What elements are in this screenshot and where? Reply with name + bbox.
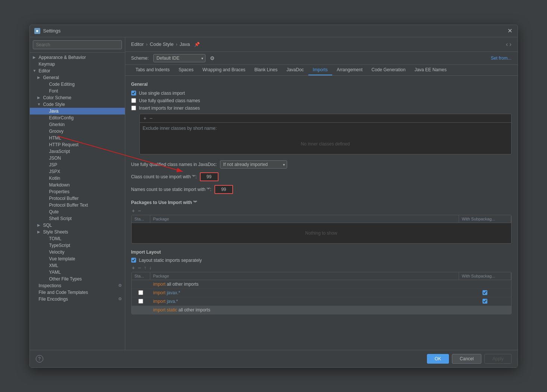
fq-names-select[interactable]: If not already imported [220, 160, 287, 169]
sidebar-item-label: Properties [49, 189, 70, 194]
sidebar-item-general[interactable]: ▶ General [30, 74, 125, 81]
tab-tabs-and-indents[interactable]: Tabs and Indents [131, 65, 174, 75]
sidebar-item-color-scheme[interactable]: ▶ Color Scheme [30, 94, 125, 101]
sidebar-item-gherkin[interactable]: Gherkin [30, 121, 125, 128]
sidebar-item-groovy[interactable]: Groovy [30, 128, 125, 135]
sidebar-item-velocity[interactable]: Velocity [30, 249, 125, 255]
layout-up-button[interactable]: ↑ [143, 265, 147, 270]
sidebar-item-style-sheets[interactable]: ▶ Style Sheets [30, 229, 125, 235]
tab-spaces[interactable]: Spaces [174, 65, 198, 75]
inner-classes-placeholder-label: Exclude inner classes by short name: [143, 126, 217, 131]
insert-imports-inner-checkbox[interactable] [131, 106, 136, 110]
tab-code-generation[interactable]: Code Generation [367, 65, 410, 75]
layout-static-checkbox[interactable] [131, 258, 136, 263]
packages-empty-message: Nothing to show [132, 223, 511, 243]
inner-classes-add-button[interactable]: + [143, 116, 147, 121]
sidebar-item-label: Other File Types [49, 276, 82, 282]
sidebar-item-label: Code Style [43, 102, 65, 107]
sidebar-item-sql[interactable]: ▶ SQL [30, 222, 125, 229]
close-button[interactable]: ✕ [507, 28, 513, 34]
sidebar-item-file-encodings[interactable]: File Encodings ⚙ [30, 296, 125, 302]
sidebar-item-typescript[interactable]: TypeScript [30, 242, 125, 249]
import-row3-subpackage [459, 297, 511, 305]
layout-down-button[interactable]: ↓ [148, 265, 152, 270]
sidebar-item-protocol-buffer-text[interactable]: Protocol Buffer Text [30, 202, 125, 208]
use-single-class-import-checkbox[interactable] [131, 91, 136, 95]
sidebar-item-editor[interactable]: ▼ Editor [30, 68, 125, 74]
import-row3-subpackage-checkbox[interactable] [482, 299, 487, 304]
sidebar-item-properties[interactable]: Properties [30, 188, 125, 195]
import-row2-checkbox[interactable] [138, 290, 143, 295]
sidebar-item-label: TypeScript [49, 243, 70, 248]
tree-arrow: ▶ [37, 223, 42, 227]
ok-button[interactable]: OK [427, 354, 449, 364]
sidebar-item-toml[interactable]: TOML [30, 235, 125, 242]
packages-remove-button[interactable]: − [137, 208, 142, 213]
import-col-status: Sta... [132, 272, 150, 280]
sidebar-item-qute[interactable]: Qute [30, 208, 125, 215]
tab-imports[interactable]: Imports [308, 65, 332, 75]
sidebar-item-shell-script[interactable]: Shell Script [30, 215, 125, 222]
tab-java-ee-names[interactable]: Java EE Names [410, 65, 451, 75]
sidebar-item-json[interactable]: JSON [30, 155, 125, 161]
tab-wrapping-and-braces[interactable]: Wrapping and Braces [198, 65, 250, 75]
tree-arrow: ▶ [37, 75, 42, 79]
sidebar-item-other-file-types[interactable]: Other File Types [30, 276, 125, 282]
inner-classes-remove-button[interactable]: − [149, 116, 153, 121]
sidebar-item-file-code-templates[interactable]: File and Code Templates [30, 289, 125, 296]
apply-button[interactable]: Apply [484, 354, 511, 364]
sidebar-item-http-request[interactable]: HTTP Request [30, 141, 125, 148]
sidebar-item-appearance[interactable]: ▶ Appearance & Behavior [30, 54, 125, 61]
search-input[interactable] [33, 40, 122, 49]
nav-back-button[interactable]: ‹ [506, 41, 508, 48]
sidebar-item-label: Color Scheme [43, 95, 72, 100]
sidebar-item-label: Shell Script [49, 216, 72, 221]
sidebar-item-kotlin[interactable]: Kotlin [30, 175, 125, 182]
sidebar-item-jspx[interactable]: JSPX [30, 168, 125, 175]
sidebar-item-java[interactable]: Java [30, 108, 125, 115]
use-single-class-import-label: Use single class import [139, 91, 185, 96]
import-row3-checkbox[interactable] [138, 299, 143, 304]
sidebar-item-inspections[interactable]: Inspections ⚙ [30, 282, 125, 289]
sidebar-item-code-style[interactable]: ▼ Code Style [30, 101, 125, 108]
class-count-input[interactable] [200, 172, 219, 181]
scheme-gear-button[interactable]: ⚙ [210, 55, 215, 61]
cancel-button[interactable]: Cancel [452, 354, 481, 364]
pin-icon: 📌 [194, 42, 200, 47]
sidebar-item-label: Font [49, 88, 58, 94]
sidebar-item-jsp[interactable]: JSP [30, 161, 125, 168]
main-content: ▶ Appearance & Behavior Keymap ▼ Editor … [30, 37, 518, 350]
layout-remove-button[interactable]: − [137, 265, 142, 270]
sidebar-item-font[interactable]: Font [30, 88, 125, 94]
checkbox-use-single-class-import: Use single class import [131, 91, 512, 96]
title-bar-left: ■ Settings [34, 28, 61, 34]
sidebar-item-xml[interactable]: XML [30, 262, 125, 269]
nav-forward-button[interactable]: › [509, 41, 511, 48]
packages-add-button[interactable]: + [131, 208, 136, 213]
sidebar-item-yaml[interactable]: YAML [30, 269, 125, 276]
import-keyword: import [153, 282, 166, 287]
layout-add-button[interactable]: + [131, 265, 136, 270]
tab-javadoc[interactable]: JavaDoc [282, 65, 308, 75]
names-count-input[interactable] [214, 185, 233, 194]
sidebar-item-markdown[interactable]: Markdown [30, 182, 125, 188]
sidebar-item-keymap[interactable]: Keymap [30, 61, 125, 68]
sidebar-item-javascript[interactable]: JavaScript [30, 148, 125, 155]
import-row2-subpackage-checkbox[interactable] [482, 290, 487, 295]
sidebar-item-protocol-buffer[interactable]: Protocol Buffer [30, 195, 125, 202]
sidebar-item-vue-template[interactable]: Vue template [30, 255, 125, 262]
import-row1-package: import all other imports [150, 280, 459, 288]
sidebar-item-editorconfig[interactable]: EditorConfig [30, 115, 125, 121]
use-fully-qualified-checkbox[interactable] [131, 98, 136, 103]
help-button[interactable]: ? [36, 355, 43, 363]
tab-arrangement[interactable]: Arrangement [332, 65, 367, 75]
tab-blank-lines[interactable]: Blank Lines [250, 65, 282, 75]
inner-classes-box: + − Exclude inner classes by short name:… [139, 114, 512, 154]
sidebar-item-code-editing[interactable]: Code Editing [30, 81, 125, 88]
use-fully-qualified-label: Use fully qualified class names [139, 98, 200, 103]
packages-table-header: Sta... Package With Subpackag... [132, 215, 511, 223]
scheme-select[interactable]: Default IDE [153, 54, 205, 62]
sidebar-item-html[interactable]: HTML [30, 135, 125, 141]
sidebar-item-label: YAML [49, 270, 61, 275]
set-from-link[interactable]: Set from... [491, 56, 511, 61]
